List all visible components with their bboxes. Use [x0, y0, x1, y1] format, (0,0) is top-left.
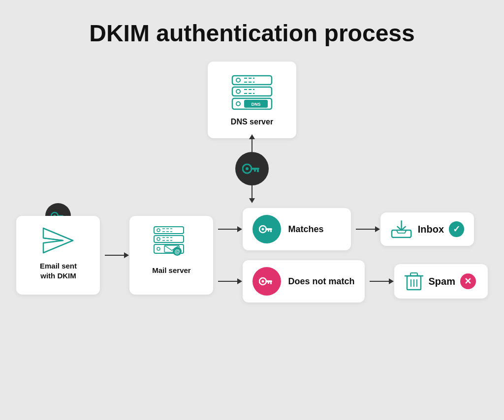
matches-card: Matches [243, 208, 351, 250]
vertical-connector [235, 138, 269, 199]
dns-card: DNS DNS server [208, 61, 296, 138]
spam-card: Spam ✕ [394, 264, 488, 299]
mail-label: Mail server [152, 266, 190, 274]
inbox-card: Inbox ✓ [380, 212, 474, 246]
spam-icon [404, 271, 424, 292]
svg-rect-45 [265, 280, 272, 282]
svg-point-9 [236, 102, 240, 106]
email-label: Email sent with DKIM [40, 261, 77, 280]
svg-rect-28 [154, 236, 184, 242]
email-icon [41, 226, 75, 255]
key-icon-center [242, 162, 262, 175]
svg-rect-14 [257, 170, 259, 172]
svg-rect-38 [265, 228, 272, 230]
svg-point-29 [157, 238, 160, 240]
dns-label: DNS server [231, 118, 273, 126]
svg-rect-0 [232, 76, 272, 85]
key-circle-center [235, 152, 269, 185]
svg-rect-13 [251, 168, 259, 170]
arrow-email-to-mail [105, 255, 125, 256]
svg-rect-46 [270, 282, 272, 284]
dns-section: DNS DNS server [208, 61, 296, 199]
page-title: DKIM authentication process [89, 20, 414, 47]
mail-server-icon: @ [152, 226, 191, 260]
arrow-to-matches [218, 229, 238, 230]
diagram: DNS DNS server [0, 61, 504, 302]
svg-text:DNS: DNS [251, 102, 260, 107]
arrow-to-nomatch [218, 281, 238, 282]
key-icon-matches [259, 224, 275, 235]
svg-marker-22 [43, 228, 73, 253]
dns-icon: DNS [227, 73, 277, 113]
key-icon-nomatch [259, 276, 275, 287]
svg-point-48 [262, 280, 264, 283]
svg-rect-40 [268, 230, 269, 232]
arrow-nomatch-to-spam [370, 281, 389, 282]
svg-rect-42 [392, 230, 411, 238]
x-badge: ✕ [460, 273, 476, 289]
inbox-label: Inbox [418, 224, 444, 235]
svg-rect-47 [268, 282, 269, 284]
svg-rect-4 [232, 87, 272, 96]
email-card-wrapper: Email sent with DKIM [16, 216, 100, 295]
outcomes-column: Matches Inbox ✓ [213, 208, 487, 302]
matches-key-circle [252, 215, 281, 243]
nomatch-card: Does not match [243, 260, 364, 302]
check-badge: ✓ [449, 221, 464, 237]
mail-card: @ Mail server [129, 216, 213, 295]
nomatch-key-circle [252, 267, 281, 296]
nomatch-label: Does not match [288, 276, 354, 287]
main-row: Email sent with DKIM [16, 194, 487, 302]
svg-rect-51 [410, 273, 417, 276]
svg-point-25 [157, 229, 160, 232]
svg-point-33 [157, 247, 160, 250]
svg-rect-24 [154, 227, 184, 234]
svg-point-1 [236, 78, 240, 82]
svg-text:@: @ [175, 248, 180, 254]
spam-label: Spam [429, 276, 455, 287]
nomatch-row: Does not match Spam ✕ [213, 260, 487, 302]
inbox-icon [390, 219, 412, 239]
svg-rect-15 [254, 170, 256, 172]
arrow-matches-to-inbox [356, 229, 376, 230]
svg-rect-39 [270, 230, 272, 232]
svg-line-23 [43, 238, 63, 240]
matches-row: Matches Inbox ✓ [213, 208, 487, 250]
email-card: Email sent with DKIM [16, 216, 100, 295]
matches-label: Matches [288, 224, 323, 235]
svg-point-16 [246, 167, 249, 170]
svg-point-41 [262, 228, 264, 231]
svg-point-5 [236, 90, 240, 93]
